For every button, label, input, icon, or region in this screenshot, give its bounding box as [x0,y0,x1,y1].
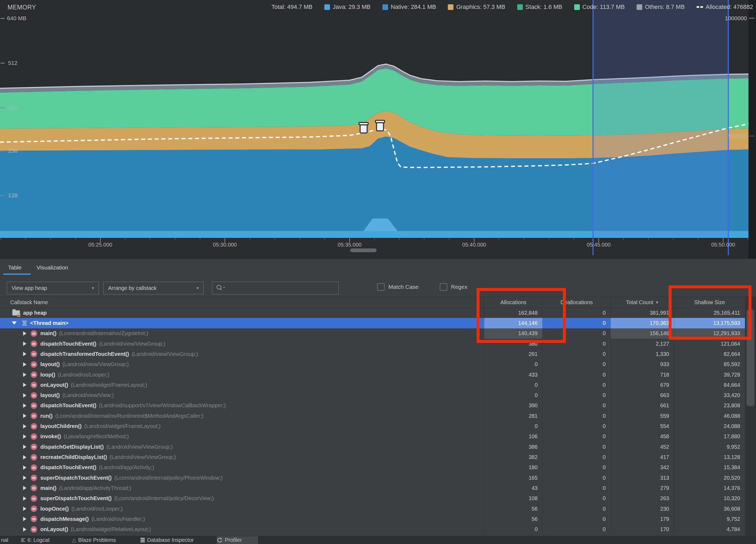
callstack-name-cell[interactable]: mmain()(Lcom/android/internal/os/ZygoteI… [0,329,484,339]
expand-arrow-icon[interactable] [23,517,26,521]
expand-arrow-icon[interactable] [23,424,26,429]
expand-arrow-icon[interactable] [23,362,26,367]
callstack-name-cell[interactable]: mdispatchGetDisplayList()(Landroid/view/… [0,442,484,452]
table-row[interactable]: mlayout()(Landroid/view/View;)0066333,42… [0,390,745,401]
search-input[interactable] [212,282,339,295]
status-bar-item-profiler[interactable]: Profiler [217,537,242,543]
tab-table[interactable]: Table [8,264,22,271]
expand-arrow-icon[interactable] [23,404,26,408]
callstack-name-cell[interactable]: mdispatchTouchEvent()(Landroid/view/View… [0,339,484,349]
table-row[interactable]: monLayout()(Landroid/widget/RelativeLayo… [0,524,745,535]
total-count-cell: 381,991 [611,308,674,318]
column-header-callstack-name[interactable]: Callstack Name [0,299,484,306]
expand-arrow-icon[interactable] [23,352,26,356]
column-header-total-count[interactable]: Total Count▼ [611,297,674,308]
deallocations-cell: 0 [542,462,611,473]
expand-arrow-icon[interactable] [23,342,26,346]
expand-arrow-icon[interactable] [23,331,26,336]
table-row[interactable]: app heap162,8480381,99125,165,411 [0,308,745,318]
table-row[interactable]: mdispatchMessage()(Landroid/os/Handler;)… [0,514,745,524]
expand-arrow-icon[interactable] [23,496,26,501]
table-row[interactable]: mdispatchTransformedTouchEvent()(Landroi… [0,349,745,359]
callstack-name-cell[interactable]: minvoke()(Ljava/lang/reflect/Method;) [0,432,484,442]
expand-arrow-icon[interactable] [23,435,26,439]
status-bar-item-terminal-partial[interactable]: nal [1,537,8,543]
callstack-name-cell[interactable]: mrun()(Lcom/android/internal/os/RuntimeI… [0,411,484,421]
callstack-name-cell[interactable]: mlayoutChildren()(Landroid/widget/FrameL… [0,421,484,431]
total-count-cell: 156,146 [611,329,674,339]
match-case-label[interactable]: Match Case [388,284,418,290]
expand-arrow-icon[interactable] [23,414,26,418]
table-row[interactable]: mdispatchTouchEvent()(Landroid/view/View… [0,339,745,349]
regex-checkbox[interactable] [440,283,447,291]
table-row[interactable]: mmain()(Lcom/android/internal/os/ZygoteI… [0,329,745,339]
callstack-name-cell[interactable]: mdispatchTouchEvent()(Landroid/app/Activ… [0,462,484,473]
expand-arrow-icon[interactable] [23,455,26,460]
selection-overlay[interactable] [593,0,728,238]
callstack-name-cell[interactable]: mdispatchTransformedTouchEvent()(Landroi… [0,349,484,359]
heap-select-dropdown[interactable]: View app heap ▼ [7,282,99,295]
expand-arrow-icon[interactable] [23,486,26,490]
column-header-allocations[interactable]: Allocations [484,297,542,308]
table-row[interactable]: mmain()(Landroid/app/ActivityThread;)430… [0,483,745,493]
timeline-scrollbar-thumb[interactable] [350,248,377,252]
legend-item-graphics: Graphics: 57.3 MB [448,3,505,10]
allocations-cell: 0 [484,421,542,431]
callstack-name-cell[interactable]: mdispatchMessage()(Landroid/os/Handler;) [0,514,484,524]
table-row[interactable]: mrecreateChildDisplayList()(Landroid/vie… [0,452,745,462]
callstack-name-cell[interactable]: <Thread main> [0,318,484,328]
table-scrollbar-thumb[interactable] [747,309,754,406]
arrange-select-dropdown[interactable]: Arrange by callstack ▼ [103,282,204,295]
expand-arrow-icon[interactable] [23,476,26,480]
table-row[interactable]: mlayoutChildren()(Landroid/widget/FrameL… [0,421,745,431]
table-row[interactable]: msuperDispatchTouchEvent()(Lcom/android/… [0,473,745,483]
match-case-checkbox[interactable] [377,283,385,291]
table-row[interactable]: monLayout()(Landroid/widget/FrameLayout;… [0,380,745,390]
expand-arrow-icon[interactable] [23,445,26,449]
status-bar-item-blaze-problems[interactable]: △Blaze Problems [72,537,116,543]
regex-label[interactable]: Regex [451,284,467,290]
legend-item-code: Code: 113.7 MB [574,3,625,10]
callstack-name-cell[interactable]: msuperDispatchTouchEvent()(Lcom/android/… [0,493,484,504]
expand-arrow-icon[interactable] [23,507,26,511]
callstack-name-cell[interactable]: mdispatchTouchEvent()(Landroid/support/v… [0,401,484,411]
table-row[interactable]: msuperDispatchTouchEvent()(Lcom/android/… [0,493,745,504]
legend-swatch-icon [637,4,642,10]
memory-chart-svg[interactable] [0,0,756,258]
shallow-size-cell: 46,088 [674,411,745,421]
table-row[interactable]: mrun()(Lcom/android/internal/os/RuntimeI… [0,411,745,421]
table-row[interactable]: mdispatchGetDisplayList()(Landroid/view/… [0,442,745,452]
column-header-shallow-size[interactable]: Shallow Size [674,297,745,308]
callstack-name-cell[interactable]: mlayout()(Landroid/view/View;) [0,390,484,401]
callstack-name-cell[interactable]: monLayout()(Landroid/widget/RelativeLayo… [0,524,484,535]
table-row[interactable]: mloopOnce()(Landroid/os/Looper;)56023036… [0,504,745,514]
expand-arrow-icon[interactable] [23,373,26,377]
table-row[interactable]: <Thread main>144,1460170,36313,175,593 [0,318,745,328]
callstack-name-cell[interactable]: mloop()(Landroid/os/Looper;) [0,370,484,380]
column-header-deallocations[interactable]: Deallocations [542,297,611,308]
tab-visualization[interactable]: Visualization [37,264,68,271]
callstack-name-cell[interactable]: mmain()(Landroid/app/ActivityThread;) [0,483,484,493]
expand-arrow-icon[interactable] [23,465,26,470]
callstack-name-cell[interactable]: monLayout()(Landroid/widget/FrameLayout;… [0,380,484,390]
status-bar: nal6: Logcat△Blaze ProblemsDatabase Insp… [0,536,756,544]
deallocations-cell: 0 [542,504,611,514]
expand-arrow-icon[interactable] [23,527,26,532]
expand-arrow-icon[interactable] [23,393,26,398]
callstack-name-cell[interactable]: mlayout()(Landroid/view/ViewGroup;) [0,359,484,370]
collapse-arrow-icon[interactable] [12,322,17,325]
table-row[interactable]: mlayout()(Landroid/view/ViewGroup;)00933… [0,359,745,370]
expand-arrow-icon[interactable] [23,383,26,387]
shallow-size-cell: 9,952 [674,442,745,452]
table-row[interactable]: minvoke()(Ljava/lang/reflect/Method;)106… [0,432,745,442]
table-row[interactable]: mloop()(Landroid/os/Looper;)433071839,72… [0,370,745,380]
callstack-name-cell[interactable]: msuperDispatchTouchEvent()(Lcom/android/… [0,473,484,483]
table-row[interactable]: mdispatchTouchEvent()(Landroid/app/Activ… [0,462,745,473]
memory-timeline-chart[interactable]: MEMORY Total: 494.7 MBJava: 29.3 MBNativ… [0,0,756,258]
callstack-name-cell[interactable]: mrecreateChildDisplayList()(Landroid/vie… [0,452,484,462]
callstack-name-cell[interactable]: mloopOnce()(Landroid/os/Looper;) [0,504,484,514]
callstack-name-cell[interactable]: app heap [0,308,484,318]
status-bar-item-logcat[interactable]: 6: Logcat [21,537,49,543]
status-bar-item-database-inspector[interactable]: Database Inspector [140,537,194,543]
table-row[interactable]: mdispatchTouchEvent()(Landroid/support/v… [0,401,745,411]
